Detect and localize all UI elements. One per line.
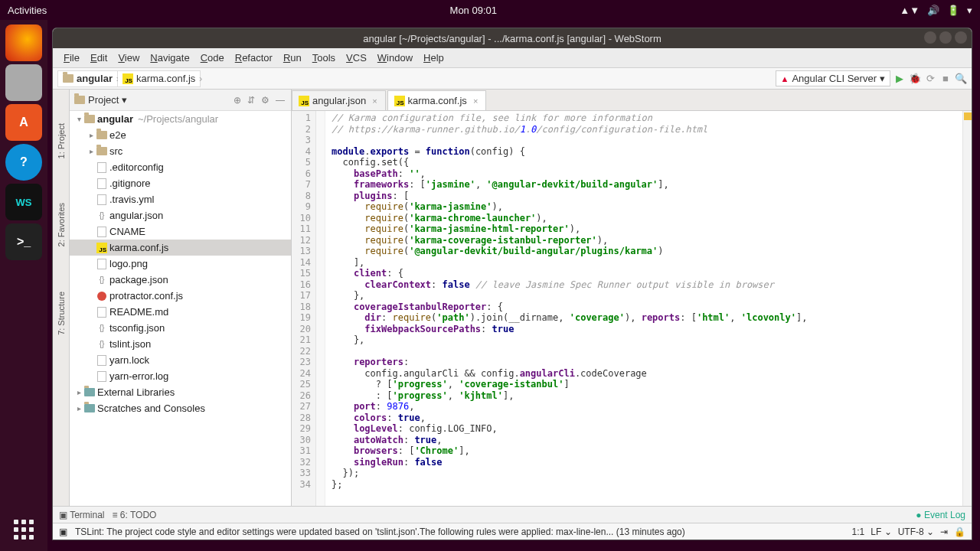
menubar: FileEditViewNavigateCodeRefactorRunTools…: [53, 48, 972, 68]
firefox-icon[interactable]: [5, 24, 42, 61]
run-button[interactable]: ▶: [893, 73, 906, 85]
chevron-down-icon[interactable]: ▾: [122, 94, 127, 106]
angular-icon: ▲: [781, 74, 789, 83]
js-icon: JS: [299, 96, 309, 106]
menu-file[interactable]: File: [59, 51, 84, 65]
volume-icon[interactable]: 🔊: [927, 5, 939, 16]
breadcrumb[interactable]: JSkarma.conf.js: [118, 70, 201, 87]
file-protractor.conf.js[interactable]: protractor.conf.js: [70, 288, 291, 304]
menu-view[interactable]: View: [113, 51, 144, 65]
debug-button[interactable]: 🐞: [909, 73, 921, 85]
window-title: angular [~/Projects/angular] - .../karma…: [363, 33, 662, 44]
expand-all-icon[interactable]: ⇵: [246, 95, 256, 106]
status-icon: ▣: [59, 527, 67, 537]
network-icon[interactable]: ▲▼: [900, 5, 920, 16]
show-apps-icon[interactable]: [10, 516, 38, 543]
menu-navigate[interactable]: Navigate: [145, 51, 194, 65]
tool-window-stripe: 1: Project 2: Favorites 7: Structure: [53, 90, 70, 506]
titlebar: angular [~/Projects/angular] - .../karma…: [53, 28, 972, 48]
warning-marker[interactable]: [964, 112, 972, 120]
chevron-down-icon[interactable]: ▾: [967, 5, 972, 16]
folder-icon: [74, 96, 85, 104]
minimize-button[interactable]: [924, 31, 936, 44]
menu-edit[interactable]: Edit: [86, 51, 112, 65]
file-package.json[interactable]: {}package.json: [70, 272, 291, 288]
encoding[interactable]: UTF-8 ⌄: [898, 527, 934, 537]
project-root[interactable]: ▾angular~/Projects/angular: [70, 111, 291, 127]
gear-icon[interactable]: ⚙: [260, 95, 271, 106]
stop-button: ■: [939, 73, 952, 85]
file-.gitignore[interactable]: .gitignore: [70, 175, 291, 191]
file-yarn-error.log[interactable]: yarn-error.log: [70, 368, 291, 384]
dock: A ? WS >_: [0, 20, 47, 551]
close-tab-icon[interactable]: ×: [372, 96, 377, 106]
folder-icon: [63, 74, 74, 83]
breadcrumb[interactable]: angular: [57, 70, 118, 87]
maximize-button[interactable]: [939, 31, 952, 44]
editor-tab[interactable]: JSkarma.conf.js×: [387, 90, 487, 110]
file-tslint.json[interactable]: {}tslint.json: [70, 336, 291, 352]
fold-column[interactable]: [316, 111, 325, 506]
menu-run[interactable]: Run: [279, 51, 306, 65]
status-message[interactable]: TSLint: The project code style and edito…: [75, 527, 844, 537]
coverage-button[interactable]: ⟳: [924, 73, 936, 85]
folder-e2e[interactable]: ▸e2e: [70, 127, 291, 143]
webstorm-icon[interactable]: WS: [5, 184, 42, 220]
status-bar: ▣ TSLint: The project code style and edi…: [53, 523, 972, 540]
js-icon: JS: [122, 73, 133, 84]
event-log-tool-tab[interactable]: ● Event Log: [916, 510, 965, 520]
caret-position[interactable]: 1:1: [852, 527, 865, 537]
terminal-icon[interactable]: >_: [5, 223, 42, 260]
activities-button[interactable]: Activities: [8, 5, 47, 16]
code-area[interactable]: // Karma configuration file, see link fo…: [325, 111, 962, 506]
favorites-tool-tab[interactable]: 2: Favorites: [57, 200, 66, 249]
ide-window: angular [~/Projects/angular] - .../karma…: [52, 28, 972, 540]
file-angular.json[interactable]: {}angular.json: [70, 207, 291, 223]
file-karma.conf.js[interactable]: JSkarma.conf.js: [70, 240, 291, 256]
folder-src[interactable]: ▸src: [70, 143, 291, 159]
terminal-tool-tab[interactable]: ▣ Terminal: [59, 510, 104, 520]
js-icon: JS: [394, 96, 405, 106]
editor: JSangular.json×JSkarma.conf.js× 12345678…: [292, 90, 972, 506]
menu-tools[interactable]: Tools: [308, 51, 340, 65]
project-panel: Project ▾ ⊕ ⇵ ⚙ — ▾angular~/Projects/ang…: [70, 90, 292, 506]
run-config-selector[interactable]: ▲Angular CLI Server ▾: [776, 70, 890, 86]
file-CNAME[interactable]: CNAME: [70, 223, 291, 240]
clock: Mon 09:01: [47, 5, 900, 16]
menu-code[interactable]: Code: [196, 51, 229, 65]
structure-tool-tab[interactable]: 7: Structure: [57, 289, 66, 338]
navigation-bar: angular JSkarma.conf.js ▲Angular CLI Ser…: [53, 68, 972, 90]
extras[interactable]: ▸External Libraries: [70, 384, 291, 400]
file-yarn.lock[interactable]: yarn.lock: [70, 352, 291, 368]
extras[interactable]: ▸Scratches and Consoles: [70, 400, 291, 416]
lock-icon[interactable]: 🔒: [954, 527, 965, 537]
help-icon[interactable]: ?: [5, 144, 42, 181]
todo-tool-tab[interactable]: ≡ 6: TODO: [113, 510, 157, 520]
project-tool-tab[interactable]: 1: Project: [57, 120, 66, 161]
software-icon[interactable]: A: [5, 104, 42, 141]
menu-help[interactable]: Help: [419, 51, 449, 65]
menu-window[interactable]: Window: [373, 51, 417, 65]
gutter: 1234567891011121314151617181920212223242…: [292, 111, 316, 506]
line-ending[interactable]: LF ⌄: [871, 527, 891, 537]
hide-icon[interactable]: —: [274, 95, 286, 106]
bottom-tool-stripe: ▣ Terminal ≡ 6: TODO ● Event Log: [53, 506, 972, 523]
indent-icon[interactable]: ⇥: [940, 527, 948, 537]
close-tab-icon[interactable]: ×: [473, 96, 478, 106]
search-everywhere-button[interactable]: 🔍: [955, 73, 967, 85]
file-tsconfig.json[interactable]: {}tsconfig.json: [70, 320, 291, 336]
error-stripe[interactable]: [962, 111, 972, 506]
battery-icon[interactable]: 🔋: [947, 5, 959, 16]
file-README.md[interactable]: README.md: [70, 304, 291, 320]
file-.travis.yml[interactable]: .travis.yml: [70, 191, 291, 207]
file-.editorconfig[interactable]: .editorconfig: [70, 159, 291, 175]
panel-title[interactable]: Project: [88, 94, 119, 106]
close-button[interactable]: [955, 31, 967, 44]
locate-icon[interactable]: ⊕: [232, 95, 243, 106]
menu-vcs[interactable]: VCS: [341, 51, 371, 65]
files-icon[interactable]: [5, 64, 42, 101]
menu-refactor[interactable]: Refactor: [230, 51, 277, 65]
editor-tab[interactable]: JSangular.json×: [292, 90, 386, 110]
chevron-down-icon: ▾: [880, 73, 885, 84]
file-logo.png[interactable]: logo.png: [70, 256, 291, 272]
